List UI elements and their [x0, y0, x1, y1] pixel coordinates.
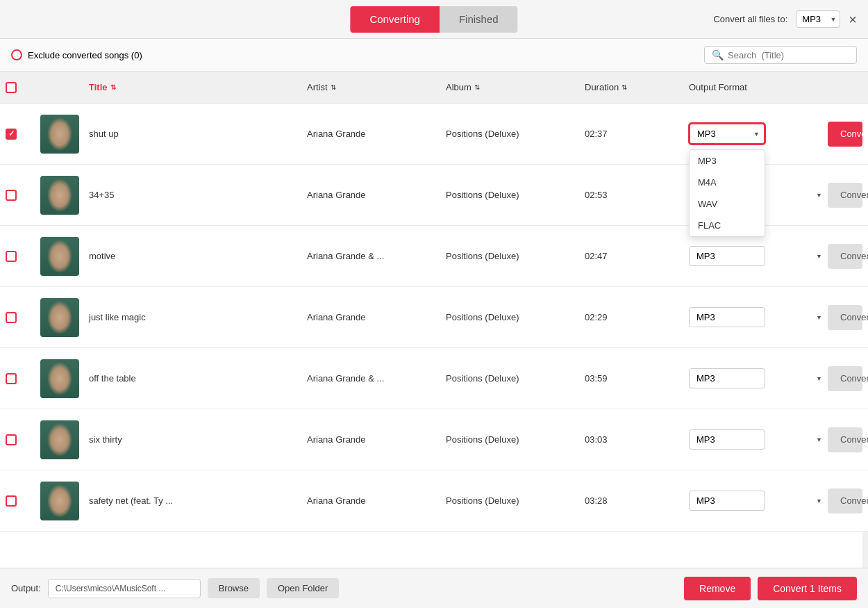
artist-sort-icon: ⇅: [331, 83, 336, 91]
footer-left: Output: C:\Users\micso\AMusicSoft ... Br…: [11, 578, 339, 598]
format-select-0[interactable]: MP3 M4A WAV FLAC: [689, 123, 765, 145]
col-output-format: Output Format: [689, 82, 828, 92]
artist-6: Ariana Grande: [307, 495, 446, 506]
footer-right: Remove Convert 1 Items: [684, 577, 857, 600]
table-container: Title ⇅ Artist ⇅ Album ⇅ Duration ⇅ Outp…: [0, 72, 868, 568]
format-cell-0: MP3 M4A WAV FLAC MP3 M4A WAV FLAC: [689, 123, 828, 145]
search-input[interactable]: [728, 50, 849, 60]
table-row: safety net (feat. Ty ... Ariana Grande P…: [0, 470, 868, 532]
artist-1: Ariana Grande: [307, 190, 446, 200]
close-button[interactable]: ×: [849, 13, 857, 26]
open-folder-button[interactable]: Open Folder: [267, 578, 339, 598]
convert-button-0[interactable]: Convert: [828, 122, 862, 147]
convert-button-2[interactable]: Convert: [828, 244, 862, 269]
tab-group: Converting Finished: [350, 6, 517, 33]
row-checkbox-0[interactable]: [6, 129, 17, 140]
format-select-wrapper-4: MP3M4AWAVFLAC: [689, 368, 828, 388]
song-thumbnail-0: [40, 115, 79, 154]
dropdown-option-flac[interactable]: FLAC: [690, 215, 765, 236]
format-select-4[interactable]: MP3M4AWAVFLAC: [689, 368, 765, 388]
toolbar: Exclude converted songs (0) 🔍: [0, 39, 868, 72]
format-select-wrapper-2: MP3M4AWAVFLAC: [689, 246, 828, 266]
format-dropdown-0: MP3 M4A WAV FLAC: [689, 149, 765, 237]
format-select-wrapper-6: MP3M4AWAVFLAC: [689, 491, 828, 511]
dropdown-option-m4a[interactable]: M4A: [690, 172, 765, 193]
output-path: C:\Users\micso\AMusicSoft ...: [48, 579, 201, 598]
col-duration[interactable]: Duration ⇅: [585, 82, 689, 92]
col-album[interactable]: Album ⇅: [446, 82, 585, 92]
row-checkbox-4[interactable]: [6, 373, 17, 384]
format-select-6[interactable]: MP3M4AWAVFLAC: [689, 491, 765, 511]
format-select-wrapper-3: MP3M4AWAVFLAC: [689, 307, 828, 327]
remove-button[interactable]: Remove: [684, 577, 751, 600]
row-checkbox-2[interactable]: [6, 251, 17, 262]
table-row: shut up Ariana Grande Positions (Deluxe)…: [0, 104, 868, 165]
album-2: Positions (Deluxe): [446, 251, 585, 261]
app-header: Converting Finished Convert all files to…: [0, 0, 868, 39]
row-checkbox-5[interactable]: [6, 434, 17, 445]
song-thumbnail-6: [40, 482, 79, 520]
convert-button-1[interactable]: Convert: [828, 183, 862, 208]
artist-3: Ariana Grande: [307, 312, 446, 322]
song-thumbnail-4: [40, 359, 79, 398]
album-sort-icon: ⇅: [474, 83, 480, 91]
exclude-label: Exclude converted songs (0): [28, 50, 142, 60]
song-thumbnail-5: [40, 420, 79, 459]
table-row: just like magic Ariana Grande Positions …: [0, 287, 868, 348]
song-title-1: 34+35: [89, 190, 307, 200]
artist-0: Ariana Grande: [307, 129, 446, 139]
duration-2: 02:47: [585, 251, 689, 261]
artist-4: Ariana Grande & ...: [307, 373, 446, 384]
table-header: Title ⇅ Artist ⇅ Album ⇅ Duration ⇅ Outp…: [0, 72, 868, 104]
convert-button-3[interactable]: Convert: [828, 305, 862, 330]
row-checkbox-1[interactable]: [6, 190, 17, 201]
dropdown-option-mp3[interactable]: MP3: [690, 150, 765, 172]
format-select-wrapper-0: MP3 M4A WAV FLAC: [689, 123, 765, 145]
search-icon: 🔍: [712, 49, 724, 60]
search-box: 🔍: [704, 46, 857, 64]
duration-3: 02:29: [585, 312, 689, 322]
dropdown-option-wav[interactable]: WAV: [690, 193, 765, 215]
duration-0: 02:37: [585, 129, 689, 139]
album-4: Positions (Deluxe): [446, 373, 585, 384]
convert-button-5[interactable]: Convert: [828, 427, 862, 452]
convert-items-button[interactable]: Convert 1 Items: [758, 577, 857, 600]
song-thumbnail-1: [40, 176, 79, 215]
rows-wrapper: shut up Ariana Grande Positions (Deluxe)…: [0, 104, 868, 532]
convert-button-4[interactable]: Convert: [828, 366, 862, 391]
format-select-5[interactable]: MP3M4AWAVFLAC: [689, 429, 765, 450]
convert-all-select-wrapper: MP3 M4A WAV FLAC: [796, 10, 840, 28]
browse-button[interactable]: Browse: [208, 578, 260, 598]
song-title-3: just like magic: [89, 312, 307, 322]
tab-finished[interactable]: Finished: [440, 6, 518, 33]
duration-1: 02:53: [585, 190, 689, 200]
song-title-6: safety net (feat. Ty ...: [89, 495, 307, 506]
song-title-5: six thirty: [89, 434, 307, 445]
output-label: Output:: [11, 583, 41, 593]
artist-5: Ariana Grande: [307, 434, 446, 445]
album-3: Positions (Deluxe): [446, 312, 585, 322]
format-select-wrapper-5: MP3M4AWAVFLAC: [689, 429, 828, 450]
song-thumbnail-2: [40, 237, 79, 276]
album-1: Positions (Deluxe): [446, 190, 585, 200]
table-row: off the table Ariana Grande & ... Positi…: [0, 348, 868, 409]
exclude-radio[interactable]: [11, 49, 22, 60]
col-title[interactable]: Title ⇅: [89, 82, 307, 92]
album-5: Positions (Deluxe): [446, 434, 585, 445]
row-checkbox-6[interactable]: [6, 495, 17, 507]
row-checkbox-3[interactable]: [6, 312, 17, 323]
header-checkbox[interactable]: [6, 82, 17, 93]
format-select-2[interactable]: MP3M4AWAVFLAC: [689, 246, 765, 266]
convert-all-select[interactable]: MP3 M4A WAV FLAC: [796, 10, 840, 28]
title-sort-icon: ⇅: [110, 83, 116, 91]
song-thumbnail-3: [40, 298, 79, 337]
convert-button-6[interactable]: Convert: [828, 488, 862, 513]
format-select-3[interactable]: MP3M4AWAVFLAC: [689, 307, 765, 327]
table-row: six thirty Ariana Grande Positions (Delu…: [0, 409, 868, 470]
artist-2: Ariana Grande & ...: [307, 251, 446, 261]
exclude-row: Exclude converted songs (0): [11, 49, 142, 60]
duration-4: 03:59: [585, 373, 689, 384]
album-0: Positions (Deluxe): [446, 129, 585, 139]
tab-converting[interactable]: Converting: [350, 6, 440, 33]
col-artist[interactable]: Artist ⇅: [307, 82, 446, 92]
